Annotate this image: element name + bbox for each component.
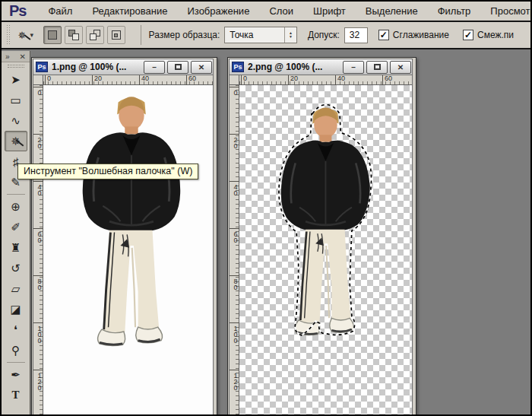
options-separator: [141, 25, 141, 45]
document-window-1: Ps 1.png @ 100% (... – ✕ 0 20 40 60: [31, 57, 217, 414]
close-button[interactable]: ✕: [390, 61, 411, 74]
menu-item-view[interactable]: Просмотр: [480, 5, 532, 17]
tool-tooltip: Инструмент "Волшебная палочка" (W): [17, 164, 198, 179]
vertical-ruler: 0 20 40 60 80 100 120: [33, 85, 43, 414]
subtract-from-selection-button[interactable]: [86, 26, 104, 44]
sample-size-dropdown[interactable]: Точка ▲ ▼: [224, 27, 297, 43]
photoshop-logo: Ps: [9, 2, 26, 20]
document-title: 1.png @ 100% (...: [52, 62, 141, 72]
menu-item-file[interactable]: Файл: [38, 5, 82, 17]
tool-group-separator: [7, 362, 25, 363]
document-window-2: Ps 2.png @ 100% (... – ✕ 0 20 40 60: [227, 57, 416, 414]
maximize-icon: [175, 64, 182, 70]
horizontal-ruler: 0 20 40 60: [43, 75, 213, 85]
close-panel-icon[interactable]: ✕: [20, 52, 26, 61]
anti-alias-option: ✓ Сглаживание: [378, 30, 454, 40]
blur-tool[interactable]: ❛: [5, 319, 27, 340]
sample-size-label: Размер образца:: [149, 30, 220, 40]
minimize-button[interactable]: –: [343, 61, 364, 74]
man-photo-cutout: [265, 103, 386, 364]
menu-item-layers[interactable]: Слои: [259, 5, 303, 17]
tool-group-separator: [7, 194, 25, 195]
brush-tool[interactable]: ✐: [5, 217, 27, 237]
selection-mode-group: [43, 26, 125, 44]
anti-alias-label: Сглаживание: [393, 30, 449, 40]
menu-item-image[interactable]: Изображение: [177, 5, 259, 17]
minimize-button[interactable]: –: [144, 61, 165, 74]
options-bar-grip[interactable]: [6, 25, 9, 45]
maximize-button[interactable]: [167, 61, 188, 74]
paint-bucket-tool[interactable]: ◪: [5, 299, 27, 319]
move-tool[interactable]: ➤: [5, 69, 27, 90]
document-icon: Ps: [232, 62, 244, 72]
rectangular-marquee-tool[interactable]: ▭: [5, 90, 27, 110]
menu-item-select[interactable]: Выделение: [356, 5, 428, 17]
dodge-tool[interactable]: ⚲: [5, 340, 27, 360]
anti-alias-checkbox[interactable]: ✓: [378, 30, 389, 40]
magic-wand-icon: ✵: [17, 30, 26, 41]
lasso-tool[interactable]: ∿: [5, 110, 27, 131]
new-selection-button[interactable]: [43, 26, 62, 44]
tools-panel-header: » ✕: [2, 51, 30, 62]
vertical-ruler: 0 20 40 60 80 100 120: [230, 85, 239, 414]
canvas-transparent-image[interactable]: [239, 85, 412, 414]
contiguous-label: Смеж.пи: [477, 30, 514, 40]
window-titlebar[interactable]: Ps 2.png @ 100% (... – ✕: [229, 59, 413, 75]
history-brush-tool[interactable]: ↺: [5, 258, 27, 278]
eraser-tool[interactable]: ▱: [5, 278, 27, 299]
panel-grip[interactable]: [8, 65, 24, 68]
document-title: 2.png @ 100% (...: [248, 62, 340, 72]
canvas-original-image[interactable]: [43, 85, 213, 414]
menu-item-type[interactable]: Шрифт: [303, 5, 356, 17]
tool-preset-picker[interactable]: ✵ ▾: [14, 27, 36, 43]
chevron-down-icon: ▾: [30, 31, 33, 39]
menu-item-filter[interactable]: Фильтр: [428, 5, 481, 17]
tools-panel: » ✕ ➤ ▭ ∿ ✵ ♯ ✎ ⊕ ✐ ♜ ↺ ▱ ◪ ❛ ⚲ ✒ T: [2, 51, 30, 414]
tolerance-label: Допуск:: [308, 30, 340, 40]
maximize-icon: [374, 64, 381, 70]
workspace: » ✕ ➤ ▭ ∿ ✵ ♯ ✎ ⊕ ✐ ♜ ↺ ▱ ◪ ❛ ⚲ ✒ T P: [2, 51, 530, 414]
contiguous-option: ✓ Смеж.пи: [463, 30, 518, 40]
document-icon: Ps: [36, 62, 48, 72]
close-button[interactable]: ✕: [191, 61, 212, 74]
type-tool[interactable]: T: [5, 385, 27, 405]
spinner-arrows-icon[interactable]: ▲ ▼: [284, 27, 296, 43]
intersect-selection-button[interactable]: [107, 26, 125, 44]
contiguous-checkbox[interactable]: ✓: [463, 30, 473, 40]
clone-stamp-tool[interactable]: ♜: [5, 237, 27, 258]
menu-bar: Ps Файл Редактирование Изображение Слои …: [2, 2, 530, 22]
magic-wand-tool[interactable]: ✵: [5, 131, 27, 151]
pen-tool[interactable]: ✒: [5, 364, 27, 385]
ruler-corner: [230, 75, 239, 85]
tolerance-input[interactable]: 32: [344, 27, 368, 43]
add-to-selection-button[interactable]: [65, 26, 83, 44]
horizontal-ruler: 0 20 40 60: [239, 75, 412, 85]
healing-brush-tool[interactable]: ⊕: [5, 196, 27, 217]
man-photo: [65, 91, 198, 378]
tool-options-bar: ✵ ▾ Размер образца: Точка: [2, 22, 530, 49]
window-titlebar[interactable]: Ps 1.png @ 100% (... – ✕: [33, 59, 214, 75]
sample-size-value: Точка: [225, 30, 284, 40]
new-selection-icon: [48, 30, 57, 40]
photoshop-window: Ps Файл Редактирование Изображение Слои …: [0, 0, 532, 416]
ruler-corner: [33, 75, 43, 85]
collapse-panel-icon[interactable]: »: [5, 52, 10, 61]
menu-item-edit[interactable]: Редактирование: [82, 5, 177, 17]
maximize-button[interactable]: [366, 61, 388, 74]
